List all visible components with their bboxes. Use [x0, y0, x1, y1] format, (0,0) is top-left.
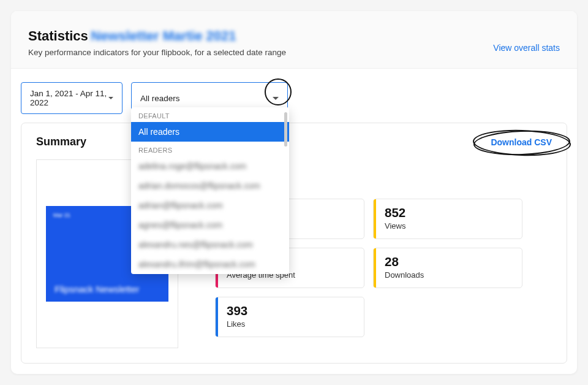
dropdown-item-reader[interactable]: adelina.roge@flipsnack.com: [131, 156, 289, 176]
dropdown-item-reader[interactable]: alexandru.nes@flipsnack.com: [131, 235, 289, 254]
chevron-down-icon: [273, 97, 279, 100]
thumb-corner-label: Mar 21: [53, 212, 70, 218]
dropdown-group-readers: READERS: [131, 142, 289, 156]
reader-selector[interactable]: All readers DEFAULT All readers READERS …: [131, 82, 288, 114]
annotation-circle-icon: [265, 78, 292, 105]
metric-label: Downloads: [385, 270, 424, 280]
summary-header: Summary Download CSV: [36, 135, 552, 148]
date-range-selector[interactable]: Jan 1, 2021 - Apr 11, 2022: [21, 82, 123, 114]
summary-card: Summary Download CSV Mar 21 Flipsnack Ne…: [21, 123, 567, 364]
page-subtitle: Key performance indicators for your flip…: [28, 48, 286, 57]
metric-label: Views: [385, 221, 405, 231]
controls-row: Jan 1, 2021 - Apr 11, 2022 All readers D…: [11, 69, 577, 114]
page-title: Statistics: [28, 28, 88, 44]
dropdown-item-reader[interactable]: alexandru.ifrim@flipsnack.com: [131, 254, 289, 274]
reader-dropdown[interactable]: DEFAULT All readers READERS adelina.roge…: [131, 107, 289, 274]
metric-card: 852Views: [373, 199, 522, 239]
view-overall-stats-link[interactable]: View overall stats: [493, 43, 560, 53]
thumb-label: Flipsnack Newsletter: [55, 284, 139, 294]
dropdown-item-all-readers[interactable]: All readers: [131, 122, 289, 142]
metric-value: 393: [227, 303, 247, 318]
caret-down-icon: [108, 97, 113, 99]
page-header: Statistics Newsletter Martie 2021 Key pe…: [11, 11, 577, 69]
flipbook-title[interactable]: Newsletter Martie 2021: [91, 28, 236, 44]
summary-title: Summary: [36, 135, 86, 148]
reader-selected-value: All readers: [140, 94, 180, 103]
dropdown-item-reader[interactable]: agnes@flipsnack.com: [131, 215, 289, 235]
metric-card: 393Likes: [215, 297, 364, 337]
metric-value: 28: [385, 254, 424, 269]
summary-body: Mar 21 Flipsnack Newsletter 852Views00:0…: [36, 159, 552, 348]
dropdown-item-reader[interactable]: adrian.domocos@flipsnack.com: [131, 176, 289, 196]
download-csv-link[interactable]: Download CSV: [491, 137, 552, 147]
header-left: Statistics Newsletter Martie 2021 Key pe…: [28, 28, 286, 57]
metric-label: Likes: [227, 319, 247, 329]
date-range-value: Jan 1, 2021 - Apr 11, 2022: [30, 89, 108, 107]
metric-card: 28Downloads: [373, 248, 522, 288]
metric-value: 852: [385, 205, 405, 220]
stats-page: Statistics Newsletter Martie 2021 Key pe…: [11, 11, 577, 374]
dropdown-item-reader[interactable]: adrian@flipsnack.com: [131, 196, 289, 215]
scrollbar[interactable]: [284, 112, 287, 147]
dropdown-group-default: DEFAULT: [131, 107, 289, 122]
